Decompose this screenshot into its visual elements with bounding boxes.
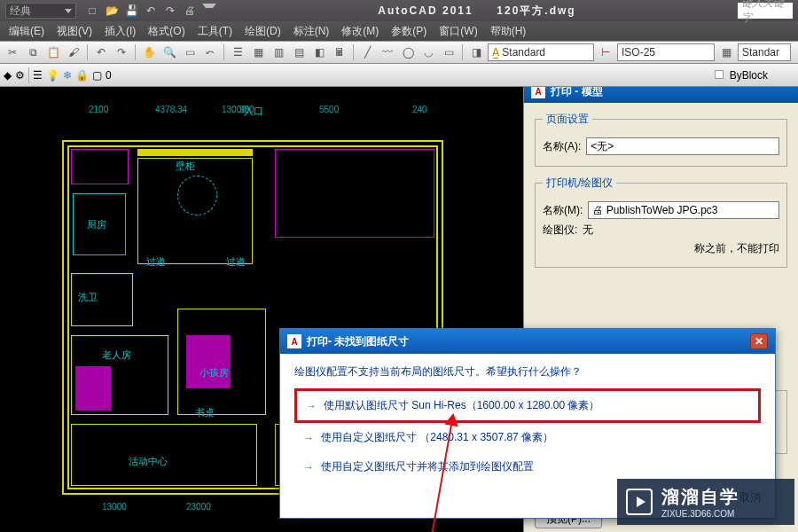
paste-icon[interactable]: 📋 xyxy=(44,43,62,61)
watermark-url: ZIXUE.3D66.COM xyxy=(661,509,739,519)
menu-window[interactable]: 窗口(W) xyxy=(434,22,482,41)
app-name: AutoCAD 2011 xyxy=(378,4,473,17)
menu-bar: 编辑(E) 视图(V) 插入(I) 格式(O) 工具(T) 绘图(D) 标注(N… xyxy=(0,21,798,41)
menu-parametric[interactable]: 参数(P) xyxy=(386,22,432,41)
plot-dialog-title: A 打印 - 模型 xyxy=(524,87,798,103)
cut-icon[interactable]: ✂ xyxy=(4,43,21,61)
design-center-icon[interactable]: ▦ xyxy=(249,43,267,61)
redo-icon[interactable]: ↷ xyxy=(113,43,130,61)
close-button[interactable]: ✕ xyxy=(750,333,768,349)
sheet-set-icon[interactable]: ▤ xyxy=(290,43,308,61)
menu-help[interactable]: 帮助(H) xyxy=(485,22,532,41)
menu-dimension[interactable]: 标注(N) xyxy=(288,22,335,41)
dim-b1: 13000 xyxy=(102,502,127,512)
layer0-dropdown[interactable]: 0 xyxy=(106,69,132,82)
color-dropdown[interactable]: ByBlock xyxy=(715,69,794,82)
standard-toolbar: ✂ ⧉ 📋 🖌 ↶ ↷ ✋ 🔍 ▭ ⤺ ☰ ▦ ▥ ▤ ◧ 🖩 ╱ 〰 ◯ ◡ … xyxy=(0,41,798,64)
menu-tools[interactable]: 工具(T) xyxy=(192,22,238,41)
tablestyle-dropdown[interactable]: Standar xyxy=(738,43,791,61)
open-icon[interactable]: 📂 xyxy=(105,4,119,18)
menu-view[interactable]: 视图(V) xyxy=(51,22,98,41)
plot-title-text: 打印 - 模型 xyxy=(551,87,603,99)
tablestyle-label: Standar xyxy=(742,46,779,59)
color-icon[interactable]: ▢ xyxy=(92,69,102,82)
arc-icon[interactable]: ◡ xyxy=(419,43,437,61)
line-icon[interactable]: ╱ xyxy=(358,43,376,61)
gear-icon[interactable]: ⚙ xyxy=(15,69,25,82)
match-icon[interactable]: 🖌 xyxy=(65,43,82,61)
textstyle-dropdown[interactable]: A̲ Standard xyxy=(488,43,594,61)
rect-icon[interactable]: ▭ xyxy=(440,43,458,61)
freeze-icon[interactable]: ❄ xyxy=(63,69,72,82)
label-hall1: 过道 xyxy=(146,255,166,269)
name-m-dropdown[interactable]: 🖨 PublishToWeb JPG.pc3 xyxy=(588,201,779,219)
lightbulb-icon[interactable]: 💡 xyxy=(46,69,59,82)
workspace-label: 经典 xyxy=(10,4,31,19)
dim-icon[interactable]: ⊢ xyxy=(597,43,614,61)
option-custom-add[interactable]: → 使用自定义图纸尺寸并将其添加到绘图仪配置 xyxy=(294,452,761,481)
textstyle-label: Standard xyxy=(502,46,545,59)
copy-icon[interactable]: ⧉ xyxy=(24,43,42,61)
layer-manager-icon[interactable]: ☰ xyxy=(33,69,43,82)
zoom-prev-icon[interactable]: ⤺ xyxy=(201,43,219,61)
print-icon[interactable]: 🖨 xyxy=(183,4,197,18)
pan-icon[interactable]: ✋ xyxy=(140,43,158,61)
lock-icon[interactable]: 🔒 xyxy=(75,69,89,82)
redo-icon[interactable]: ↷ xyxy=(163,4,177,18)
dialog-titlebar[interactable]: A 打印- 未找到图纸尺寸 ✕ xyxy=(280,329,775,354)
table-icon[interactable]: ▦ xyxy=(717,43,735,61)
properties-icon[interactable]: ☰ xyxy=(229,43,246,61)
option-2-text: 使用自定义图纸尺寸 （2480.31 x 3507.87 像素） xyxy=(321,430,553,445)
name-a-label: 名称(A): xyxy=(543,139,581,154)
arrow-icon: → xyxy=(303,461,314,473)
plotter-label: 绘图仪: xyxy=(543,223,577,238)
label-hall2: 过道 xyxy=(226,255,246,269)
label-desk: 书桌 xyxy=(195,406,215,419)
arrow-icon: → xyxy=(303,432,314,444)
menu-modify[interactable]: 修改(M) xyxy=(336,22,384,41)
dialog-prompt: 绘图仪配置不支持当前布局的图纸尺寸。希望执行什么操作？ xyxy=(294,364,761,379)
tool-palette-icon[interactable]: ▥ xyxy=(270,43,287,61)
option-1-text: 使用默认图纸尺寸 Sun Hi-Res（1600.00 x 1280.00 像素… xyxy=(324,398,599,413)
layer-icon[interactable]: ◨ xyxy=(467,43,485,61)
save-icon[interactable]: 💾 xyxy=(124,4,138,18)
search-input[interactable]: 键入关键字 xyxy=(738,3,793,19)
layers-toolbar: ◆ ⚙ ☰ 💡 ❄ 🔒 ▢ 0 ByBlock xyxy=(0,64,798,87)
label-entry: 入口 xyxy=(244,105,263,118)
polyline-icon[interactable]: 〰 xyxy=(379,43,396,61)
menu-format[interactable]: 格式(O) xyxy=(143,22,190,41)
label-closet: 壁柜 xyxy=(176,160,195,173)
calc-icon[interactable]: 🖩 xyxy=(331,43,348,61)
dim-1: 2100 xyxy=(89,105,108,114)
label-kid: 小孩房 xyxy=(200,366,229,379)
chevron-down-icon xyxy=(65,9,72,13)
markup-icon[interactable]: ◧ xyxy=(310,43,328,61)
dim-4: 5500 xyxy=(319,105,339,114)
zoom-icon[interactable]: 🔍 xyxy=(160,43,178,61)
circle-icon[interactable]: ◯ xyxy=(399,43,417,61)
label-activity: 活动中心 xyxy=(129,455,168,468)
printer-legend: 打印机/绘图仪 xyxy=(543,176,616,191)
layer-prev-icon[interactable]: ◆ xyxy=(4,69,12,82)
name-m-value: PublishToWeb JPG.pc3 xyxy=(606,204,718,216)
zoom-window-icon[interactable]: ▭ xyxy=(181,43,199,61)
chevron-down-icon[interactable] xyxy=(202,4,216,18)
menu-edit[interactable]: 编辑(E) xyxy=(4,22,50,41)
menu-insert[interactable]: 插入(I) xyxy=(99,22,141,41)
undo-icon[interactable]: ↶ xyxy=(144,4,158,18)
dim-5: 240 xyxy=(412,105,427,114)
page-setup-legend: 页面设置 xyxy=(543,112,592,127)
dim-b2: 23000 xyxy=(186,502,211,512)
drawing-canvas[interactable]: 13000 2100 4378.34 950 5500 240 入口 壁柜 厨房… xyxy=(0,87,798,532)
new-icon[interactable]: □ xyxy=(85,4,99,18)
printer-group: 打印机/绘图仪 名称(M): 🖨 PublishToWeb JPG.pc3 绘图… xyxy=(535,176,787,268)
option-custom-size[interactable]: → 使用自定义图纸尺寸 （2480.31 x 3507.87 像素） xyxy=(294,423,761,452)
menu-draw[interactable]: 绘图(D) xyxy=(239,22,286,41)
color-label: ByBlock xyxy=(730,69,768,82)
workspace-dropdown[interactable]: 经典 xyxy=(5,3,76,19)
dimstyle-dropdown[interactable]: ISO-25 xyxy=(617,43,715,61)
undo-icon[interactable]: ↶ xyxy=(92,43,110,61)
name-a-dropdown[interactable]: <无> xyxy=(586,137,779,155)
doc-name: 120平方.dwg xyxy=(497,4,575,17)
option-default-size[interactable]: → 使用默认图纸尺寸 Sun Hi-Res（1600.00 x 1280.00 … xyxy=(294,388,761,423)
